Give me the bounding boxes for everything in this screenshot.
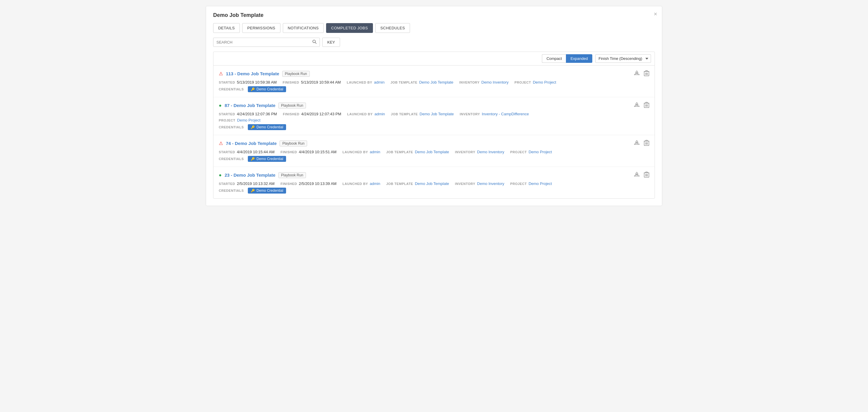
credential-badge: 🔑 Demo Credential <box>248 86 286 92</box>
job-template-label: JOB TEMPLATE <box>391 81 417 84</box>
inventory-value[interactable]: Demo Inventory <box>477 150 504 154</box>
finished-label: FINISHED <box>280 182 297 186</box>
svg-point-11 <box>636 104 637 105</box>
inventory-label: INVENTORY <box>459 81 479 84</box>
search-row: KEY <box>213 38 655 47</box>
relaunch-button[interactable] <box>634 102 640 109</box>
credential-badge: 🔑 Demo Credential <box>248 188 286 194</box>
credentials-label: CREDENTIALS <box>219 157 244 161</box>
project-label: PROJECT <box>219 119 236 122</box>
tab-completed-jobs[interactable]: COMPLETED JOBS <box>326 23 373 33</box>
project-value[interactable]: Demo Project <box>529 181 552 186</box>
credential-name: Demo Credential <box>256 157 283 161</box>
job-meta-row-2: PROJECT Demo Project <box>219 118 649 122</box>
project-label: PROJECT <box>510 150 527 154</box>
job-template-value[interactable]: Demo Job Template <box>420 112 454 116</box>
inventory-label: INVENTORY <box>460 112 480 116</box>
modal-title: Demo Job Template <box>213 12 655 19</box>
job-template-label: JOB TEMPLATE <box>386 150 413 154</box>
launched-by-label: LAUNCHED BY <box>347 112 373 116</box>
launched-by-value[interactable]: admin <box>370 181 380 186</box>
inventory-value[interactable]: Demo Inventory <box>477 181 504 186</box>
job-badge: Playbook Run <box>278 172 306 178</box>
project-label: PROJECT <box>510 182 527 186</box>
credentials-row: CREDENTIALS 🔑 Demo Credential <box>219 124 649 130</box>
relaunch-button[interactable] <box>634 70 640 77</box>
job-title-area: ● 23 - Demo Job Template Playbook Run <box>219 172 306 178</box>
svg-line-1 <box>315 42 316 43</box>
delete-button[interactable] <box>644 171 649 179</box>
delete-button[interactable] <box>644 102 649 109</box>
launched-by-value[interactable]: admin <box>374 80 384 85</box>
job-actions <box>634 140 649 147</box>
finished-label: FINISHED <box>280 150 297 154</box>
status-error-icon: ⚠ <box>219 140 223 146</box>
credentials-row: CREDENTIALS 🔑 Demo Credential <box>219 188 649 194</box>
close-button[interactable]: × <box>654 11 657 17</box>
job-template-value[interactable]: Demo Job Template <box>419 80 453 85</box>
job-name-link[interactable]: 23 - Demo Job Template <box>225 172 275 178</box>
tab-permissions[interactable]: PERMISSIONS <box>242 23 280 33</box>
search-icon-button[interactable] <box>312 40 317 45</box>
key-button[interactable]: KEY <box>322 38 340 47</box>
inventory-value[interactable]: Inventory - CampDifference <box>482 112 529 116</box>
credential-badge: 🔑 Demo Credential <box>248 156 286 162</box>
job-item-74: ⚠ 74 - Demo Job Template Playbook Run <box>213 135 655 167</box>
svg-point-2 <box>636 72 637 73</box>
status-error-icon: ⚠ <box>219 71 223 76</box>
list-toolbar: Compact Expanded Finish Time (Descending… <box>213 52 655 65</box>
jobs-list-container: Compact Expanded Finish Time (Descending… <box>213 52 655 199</box>
job-name-link[interactable]: 113 - Demo Job Template <box>226 71 279 76</box>
job-actions <box>634 171 649 179</box>
job-header: ● 87 - Demo Job Template Playbook Run <box>219 102 649 109</box>
inventory-value[interactable]: Demo Inventory <box>482 80 509 85</box>
started-label: STARTED <box>219 112 235 116</box>
finished-value: 2/5/2019 10:13:39 AM <box>299 181 337 186</box>
credential-name: Demo Credential <box>256 125 283 129</box>
job-template-value[interactable]: Demo Job Template <box>415 181 449 186</box>
tab-bar: DETAILS PERMISSIONS NOTIFICATIONS COMPLE… <box>213 23 655 33</box>
key-icon: 🔑 <box>251 125 255 129</box>
job-template-value[interactable]: Demo Job Template <box>415 150 449 154</box>
job-meta-row-1: STARTED 5/13/2019 10:59:38 AM FINISHED 5… <box>219 80 649 85</box>
project-value[interactable]: Demo Project <box>237 118 260 122</box>
credential-name: Demo Credential <box>256 87 283 91</box>
credential-name: Demo Credential <box>256 189 283 193</box>
project-value[interactable]: Demo Project <box>529 150 552 154</box>
svg-point-20 <box>636 142 637 143</box>
key-icon: 🔑 <box>251 189 255 193</box>
started-label: STARTED <box>219 81 235 84</box>
tab-notifications[interactable]: NOTIFICATIONS <box>283 23 324 33</box>
rocket-icon <box>634 171 640 178</box>
job-header: ⚠ 74 - Demo Job Template Playbook Run <box>219 140 649 147</box>
sort-select[interactable]: Finish Time (Descending) Finish Time (As… <box>595 54 651 63</box>
key-icon: 🔑 <box>251 157 255 161</box>
relaunch-button[interactable] <box>634 171 640 179</box>
launched-by-label: LAUNCHED BY <box>347 81 372 84</box>
status-success-icon: ● <box>219 172 222 178</box>
job-meta-row-1: STARTED 2/5/2019 10:13:32 AM FINISHED 2/… <box>219 181 649 186</box>
inventory-label: INVENTORY <box>455 182 475 186</box>
tab-details[interactable]: DETAILS <box>213 23 240 33</box>
search-input[interactable] <box>216 40 312 44</box>
job-title-area: ⚠ 113 - Demo Job Template Playbook Run <box>219 71 310 77</box>
finished-value: 4/4/2019 10:15:51 AM <box>299 150 337 154</box>
delete-button[interactable] <box>644 70 649 77</box>
tab-schedules[interactable]: SCHEDULES <box>375 23 410 33</box>
delete-button[interactable] <box>644 140 649 147</box>
project-value[interactable]: Demo Project <box>533 80 556 85</box>
finished-label: FINISHED <box>283 112 300 116</box>
trash-icon <box>644 70 649 76</box>
job-name-link[interactable]: 74 - Demo Job Template <box>226 141 277 146</box>
launched-by-value[interactable]: admin <box>374 112 385 116</box>
view-toggle: Compact Expanded <box>542 54 592 63</box>
expanded-view-button[interactable]: Expanded <box>566 54 592 63</box>
compact-view-button[interactable]: Compact <box>542 54 566 63</box>
job-name-link[interactable]: 87 - Demo Job Template <box>225 103 275 108</box>
launched-by-value[interactable]: admin <box>370 150 380 154</box>
relaunch-button[interactable] <box>634 140 640 147</box>
job-item-87: ● 87 - Demo Job Template Playbook Run <box>213 97 655 135</box>
rocket-icon <box>634 102 640 108</box>
job-actions <box>634 70 649 77</box>
job-header: ● 23 - Demo Job Template Playbook Run <box>219 171 649 179</box>
